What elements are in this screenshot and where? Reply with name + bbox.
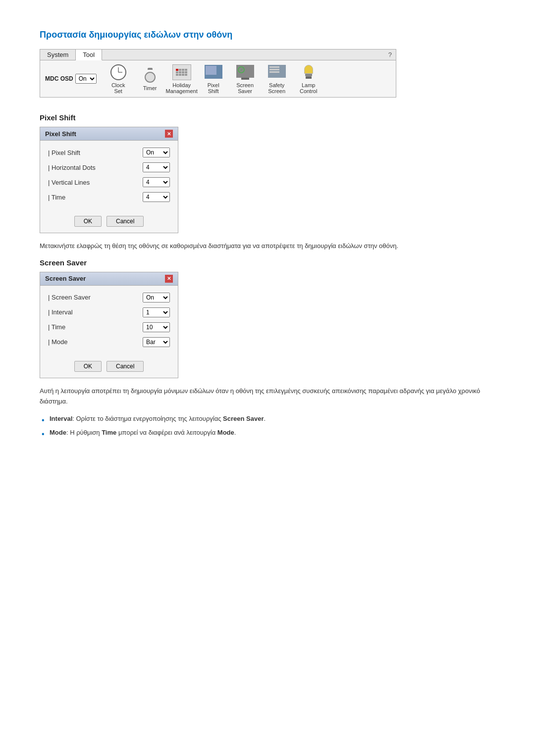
screen-saver-row-4: Mode Bar Eraser Pixel xyxy=(48,337,170,347)
screen-saver-heading: Screen Saver xyxy=(40,258,495,267)
pixel-shift-row-2-control: 4 1 2 3 xyxy=(143,162,170,172)
bullet-interval-end: . xyxy=(264,415,266,422)
screen-saver-row-2-control: 1 2 3 xyxy=(143,307,170,317)
screen-saver-row-2-label: Interval xyxy=(48,308,143,316)
clock-set-label: ClockSet xyxy=(111,82,125,94)
toolbar-pixel-shift[interactable]: PixelShift xyxy=(199,63,228,94)
bullet-mode: Mode: Η ρύθμιση Time μπορεί να διαφέρει … xyxy=(50,427,495,438)
interval-select[interactable]: 1 2 3 xyxy=(143,307,170,317)
screen-saver-dialog-title: Screen Saver ✕ xyxy=(40,272,178,286)
screen-saver-row-3-control: 10 5 15 20 xyxy=(143,322,170,332)
toolbar-timer[interactable]: Timer xyxy=(135,66,165,91)
mdc-osd-control: MDC OSD On Off xyxy=(45,74,97,84)
pixel-shift-row-3: Vertical Lines 4 1 2 3 xyxy=(48,177,170,187)
screen-saver-dialog-close[interactable]: ✕ xyxy=(165,275,173,283)
screen-saver-dialog: Screen Saver ✕ Screen Saver On Off Inter… xyxy=(40,272,178,378)
pixel-shift-description: Μετακινήστε ελαφρώς τη θέση της οθόνης σ… xyxy=(40,241,495,252)
pixel-shift-cancel-button[interactable]: Cancel xyxy=(107,216,144,227)
mode-select[interactable]: Bar Eraser Pixel xyxy=(143,337,170,347)
pixel-shift-row-4: Time 4 1 2 3 xyxy=(48,192,170,202)
safety-screen-icon-box xyxy=(267,63,287,81)
screen-saver-label: ScreenSaver xyxy=(236,82,254,94)
toolbar-body: MDC OSD On Off ClockSet Timer xyxy=(40,60,396,97)
screen-saver-ok-button[interactable]: OK xyxy=(74,361,102,372)
pixel-shift-row-2-label: Horizontal Dots xyxy=(48,164,143,171)
pixel-shift-label: PixelShift xyxy=(208,82,219,94)
lamp-control-icon-box xyxy=(299,63,319,81)
pixel-shift-dialog-close[interactable]: ✕ xyxy=(165,130,173,138)
pixel-shift-row-2: Horizontal Dots 4 1 2 3 xyxy=(48,162,170,172)
screen-saver-row-2: Interval 1 2 3 xyxy=(48,307,170,317)
pixel-shift-dialog-buttons: OK Cancel xyxy=(40,212,178,233)
bullet-list: Interval: Ορίστε το διάστημα ενεργοποίησ… xyxy=(40,413,495,438)
screen-saver-cancel-button[interactable]: Cancel xyxy=(107,361,144,372)
pixel-shift-row-3-label: Vertical Lines xyxy=(48,179,143,186)
screen-saver-row-4-control: Bar Eraser Pixel xyxy=(143,337,170,347)
bullet-mode-text1: : Η ρύθμιση xyxy=(66,429,102,436)
toolbar: System Tool ? MDC OSD On Off ClockSet xyxy=(40,49,396,98)
toolbar-safety-screen[interactable]: SafetyScreen xyxy=(262,63,292,94)
toolbar-lamp-control[interactable]: LampControl xyxy=(294,63,323,94)
pixel-shift-dialog: Pixel Shift ✕ Pixel Shift On Off Horizon… xyxy=(40,127,178,233)
clock-set-icon-box xyxy=(108,63,128,81)
pixel-shift-row-4-control: 4 1 2 3 xyxy=(143,192,170,202)
screen-saver-icon-box xyxy=(235,63,255,81)
timer-icon xyxy=(143,68,157,83)
bullet-mode-time: Time xyxy=(102,429,116,436)
safety-screen-label: SafetyScreen xyxy=(268,82,285,94)
bullet-interval-highlight: Screen Saver xyxy=(223,415,264,422)
page-title: Προστασία δημιουργίας ειδώλων στην οθόνη xyxy=(40,30,495,40)
screen-saver-description: Αυτή η λειτουργία αποτρέπει τη δημιουργί… xyxy=(40,386,495,407)
tab-tool[interactable]: Tool xyxy=(76,50,102,60)
screen-saver-time-select[interactable]: 10 5 15 20 xyxy=(143,322,170,332)
screen-saver-row-3: Time 10 5 15 20 xyxy=(48,322,170,332)
bullet-interval-key: Interval xyxy=(50,415,72,422)
toolbar-holiday[interactable]: HolidayManagement xyxy=(167,63,197,94)
toolbar-tabs: System Tool ? xyxy=(40,50,396,60)
lamp-icon xyxy=(302,65,315,80)
pixel-shift-ok-button[interactable]: OK xyxy=(74,216,102,227)
bullet-mode-highlight: Mode xyxy=(217,429,234,436)
screen-saver-dialog-title-text: Screen Saver xyxy=(45,275,86,282)
mdc-osd-label: MDC OSD xyxy=(45,75,73,82)
tab-system[interactable]: System xyxy=(40,50,76,60)
screen-saver-value-select[interactable]: On Off xyxy=(143,293,170,302)
screen-saver-dialog-body: Screen Saver On Off Interval 1 2 3 Time xyxy=(40,286,178,357)
pixel-shift-icon-box xyxy=(204,63,223,81)
pixel-shift-row-4-label: Time xyxy=(48,194,143,201)
screen-saver-row-4-label: Mode xyxy=(48,338,143,346)
pixel-shift-value-select[interactable]: On Off xyxy=(143,148,170,157)
pixel-shift-heading: Pixel Shift xyxy=(40,113,495,122)
pixel-shift-dialog-title: Pixel Shift ✕ xyxy=(40,127,178,141)
pixel-shift-row-1-label: Pixel Shift xyxy=(48,149,143,156)
bullet-mode-text2: μπορεί να διαφέρει ανά λειτουργία xyxy=(116,429,217,436)
screen-saver-row-1: Screen Saver On Off xyxy=(48,293,170,302)
clock-icon xyxy=(110,64,126,80)
bullet-mode-end: . xyxy=(234,429,236,436)
screen-saver-row-3-label: Time xyxy=(48,323,143,331)
help-icon[interactable]: ? xyxy=(384,50,396,60)
toolbar-clock-set[interactable]: ClockSet xyxy=(104,63,133,94)
pixel-shift-row-1: Pixel Shift On Off xyxy=(48,148,170,157)
pixel-shift-row-1-control: On Off xyxy=(143,148,170,157)
pixel-shift-time-select[interactable]: 4 1 2 3 xyxy=(143,192,170,202)
timer-label: Timer xyxy=(143,85,157,91)
holiday-icon-box xyxy=(172,63,192,81)
holiday-label: HolidayManagement xyxy=(166,82,198,94)
holiday-icon xyxy=(172,64,191,80)
vertical-lines-select[interactable]: 4 1 2 3 xyxy=(143,177,170,187)
screen-saver-row-1-label: Screen Saver xyxy=(48,294,143,301)
horizontal-dots-select[interactable]: 4 1 2 3 xyxy=(143,162,170,172)
toolbar-screen-saver[interactable]: ScreenSaver xyxy=(230,63,260,94)
bullet-mode-key: Mode xyxy=(50,429,66,436)
screen-saver-dialog-buttons: OK Cancel xyxy=(40,357,178,378)
pixel-shift-row-3-control: 4 1 2 3 xyxy=(143,177,170,187)
bullet-interval-text: : Ορίστε το διάστημα ενεργοποίησης της λ… xyxy=(72,415,223,422)
pixel-shift-icon xyxy=(205,65,222,80)
lamp-control-label: LampControl xyxy=(300,82,317,94)
mdc-osd-select[interactable]: On Off xyxy=(75,74,97,84)
timer-icon-box xyxy=(140,66,160,84)
screen-saver-row-1-control: On Off xyxy=(143,293,170,302)
bullet-interval: Interval: Ορίστε το διάστημα ενεργοποίησ… xyxy=(50,413,495,424)
pixel-shift-dialog-title-text: Pixel Shift xyxy=(45,130,76,138)
